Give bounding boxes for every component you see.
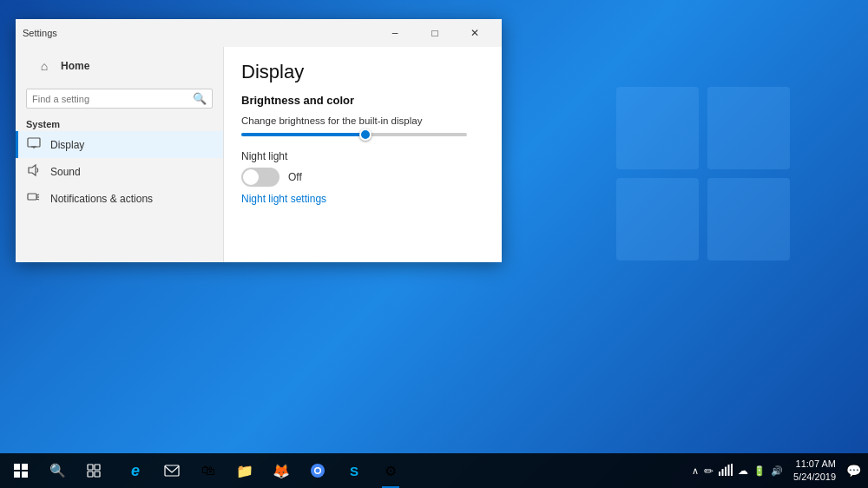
home-icon: ⌂ bbox=[36, 59, 52, 73]
svg-rect-15 bbox=[22, 472, 28, 478]
svg-rect-16 bbox=[88, 465, 93, 470]
tray-cloud-icon[interactable]: ☁ bbox=[738, 465, 748, 477]
window-controls: – □ ✕ bbox=[375, 19, 495, 47]
brightness-slider-track[interactable] bbox=[241, 133, 467, 136]
taskbar-app-explorer[interactable]: 📁 bbox=[227, 453, 262, 488]
sidebar-item-notifications[interactable]: Notifications & actions bbox=[16, 185, 223, 212]
brightness-slider-container bbox=[241, 133, 484, 136]
tray-notifications-icon[interactable]: 💬 bbox=[846, 464, 861, 478]
sidebar-home-label: Home bbox=[61, 60, 89, 72]
taskbar-apps: e 🛍 📁 🦊 bbox=[115, 453, 411, 488]
taskbar-search-icon: 🔍 bbox=[49, 463, 66, 478]
taskbar-taskview-button[interactable] bbox=[76, 453, 111, 488]
taskbar-app-mail[interactable] bbox=[155, 453, 189, 488]
title-bar: Settings – □ ✕ bbox=[16, 19, 502, 47]
sidebar: ⌂ Home 🔍 System bbox=[16, 47, 224, 262]
svg-rect-18 bbox=[88, 472, 93, 477]
taskbar-app-settings[interactable]: ⚙ bbox=[373, 453, 408, 488]
svg-line-11 bbox=[36, 199, 39, 200]
windows-logo bbox=[608, 78, 799, 273]
taskbar-app-firefox[interactable]: 🦊 bbox=[264, 453, 299, 488]
svg-rect-17 bbox=[95, 465, 100, 470]
taskbar-app-store[interactable]: 🛍 bbox=[191, 453, 226, 488]
tray-battery-icon[interactable]: 🔋 bbox=[753, 465, 766, 477]
page-title: Display bbox=[241, 61, 484, 83]
minimize-button[interactable]: – bbox=[375, 19, 415, 47]
brightness-slider-thumb[interactable] bbox=[359, 129, 372, 141]
sidebar-notifications-label: Notifications & actions bbox=[50, 193, 153, 205]
night-light-settings-link[interactable]: Night light settings bbox=[241, 193, 326, 205]
svg-rect-25 bbox=[722, 469, 724, 476]
search-box[interactable]: 🔍 bbox=[26, 89, 213, 109]
main-content: Display Brightness and color Change brig… bbox=[224, 47, 502, 262]
svg-rect-2 bbox=[616, 178, 699, 260]
brightness-label: Change brightness for the built-in displ… bbox=[241, 115, 484, 126]
svg-rect-27 bbox=[728, 465, 730, 476]
notifications-icon bbox=[26, 190, 42, 207]
sidebar-item-display[interactable]: Display bbox=[16, 131, 223, 158]
svg-rect-26 bbox=[725, 466, 727, 476]
tray-icons: ∧ ✏ ☁ 🔋 🔊 bbox=[692, 464, 783, 478]
maximize-button[interactable]: □ bbox=[415, 19, 455, 47]
svg-rect-20 bbox=[165, 465, 179, 476]
brightness-section-title: Brightness and color bbox=[241, 94, 484, 107]
settings-window: Settings – □ ✕ ⌂ Home 🔍 bbox=[16, 19, 502, 262]
sidebar-header: ⌂ Home bbox=[16, 47, 223, 85]
svg-rect-19 bbox=[95, 472, 100, 477]
taskbar-search-button[interactable]: 🔍 bbox=[40, 453, 75, 488]
close-button[interactable]: ✕ bbox=[455, 19, 495, 47]
window-title: Settings bbox=[23, 28, 375, 38]
svg-rect-0 bbox=[616, 87, 699, 169]
night-light-row: Off bbox=[241, 168, 484, 187]
toggle-knob bbox=[243, 169, 259, 185]
taskbar: 🔍 e bbox=[0, 453, 868, 488]
taskbar-app-edge[interactable]: e bbox=[118, 453, 153, 488]
brightness-slider-fill bbox=[241, 133, 365, 136]
display-icon bbox=[26, 136, 42, 153]
taskbar-left: 🔍 bbox=[0, 453, 115, 488]
night-light-status: Off bbox=[288, 171, 302, 183]
svg-rect-13 bbox=[22, 464, 28, 470]
night-light-label: Night light bbox=[241, 150, 484, 162]
taskbar-time-display: 11:07 AM bbox=[793, 458, 836, 471]
tray-expand-icon[interactable]: ∧ bbox=[692, 465, 699, 477]
svg-rect-12 bbox=[14, 464, 20, 470]
taskbar-app-skype[interactable]: S bbox=[337, 453, 372, 488]
sound-icon bbox=[26, 163, 42, 180]
sidebar-item-home[interactable]: ⌂ Home bbox=[26, 54, 213, 78]
svg-rect-4 bbox=[28, 138, 40, 147]
taskbar-date-display: 5/24/2019 bbox=[793, 471, 836, 484]
taskbar-app-chrome[interactable] bbox=[300, 453, 335, 488]
tray-pen-icon[interactable]: ✏ bbox=[704, 465, 713, 478]
svg-rect-24 bbox=[719, 472, 720, 476]
settings-body: ⌂ Home 🔍 System bbox=[16, 47, 502, 262]
sidebar-item-sound[interactable]: Sound bbox=[16, 158, 223, 185]
taskbar-clock[interactable]: 11:07 AM 5/24/2019 bbox=[786, 458, 843, 485]
sidebar-section-label: System bbox=[16, 115, 223, 131]
svg-marker-7 bbox=[29, 165, 36, 175]
svg-rect-14 bbox=[14, 472, 20, 478]
svg-rect-28 bbox=[731, 464, 733, 476]
svg-rect-3 bbox=[707, 178, 790, 260]
tray-network-icon[interactable] bbox=[719, 464, 733, 478]
start-button[interactable] bbox=[3, 453, 38, 488]
taskbar-right: ∧ ✏ ☁ 🔋 🔊 11:07 AM 5/24/2019 bbox=[685, 458, 868, 485]
search-input[interactable] bbox=[32, 94, 193, 104]
tray-volume-icon[interactable]: 🔊 bbox=[771, 465, 783, 477]
svg-point-23 bbox=[316, 469, 320, 473]
svg-rect-1 bbox=[707, 87, 790, 169]
svg-rect-8 bbox=[28, 194, 36, 200]
night-light-toggle[interactable] bbox=[241, 168, 279, 187]
sidebar-sound-label: Sound bbox=[50, 166, 81, 178]
sidebar-display-label: Display bbox=[50, 139, 84, 151]
desktop: Settings – □ ✕ ⌂ Home 🔍 bbox=[0, 0, 868, 488]
search-icon[interactable]: 🔍 bbox=[193, 92, 207, 105]
